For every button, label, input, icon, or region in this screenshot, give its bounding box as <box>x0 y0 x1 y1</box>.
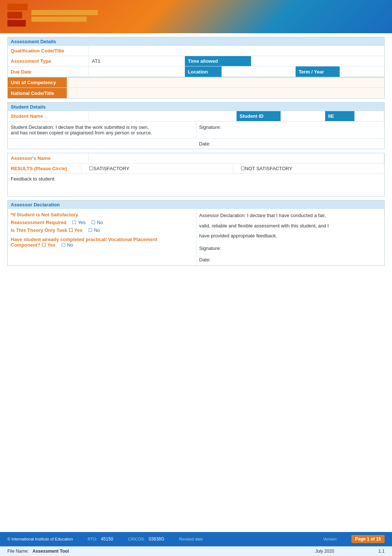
reassessment-yes: ☐ Yes <box>72 220 86 225</box>
signature-label: Signature: <box>199 124 382 130</box>
unit-value <box>67 78 384 87</box>
assessor-name-row: Assessor's Name <box>8 153 384 164</box>
date-label: Date: <box>199 141 210 147</box>
student-details-header: Student Details <box>8 103 384 111</box>
time-allowed-value <box>251 56 384 66</box>
national-label: National Code/Title <box>8 88 67 98</box>
theory-label: Is This Theory Only Task ☐ Yes <box>11 227 82 233</box>
student-details-body: Student Name Student ID IIE Student Decl… <box>8 111 384 149</box>
due-date-row: Due Date Location Term / Year <box>8 66 384 77</box>
theory-no: ☐ No <box>88 227 100 233</box>
logo-text-line-1 <box>31 10 98 15</box>
page-footer: © International Institute of Education R… <box>0 532 392 556</box>
due-date-label: Due Date <box>8 66 89 77</box>
component-row: Component? ☐ Yes ☐ No <box>11 242 193 248</box>
decl-date: Date: <box>199 257 382 262</box>
declaration-row: Student Declaration: I declare that the … <box>8 121 384 139</box>
date-row: Date: <box>8 139 384 149</box>
unit-of-competency-box: Unit of Competency National Code/Title <box>7 77 385 99</box>
term-year-value <box>340 66 384 77</box>
signature-area: Signature: <box>196 121 385 138</box>
version-num: 1.1 <box>378 549 385 554</box>
results-row: RESULTS (Please Circle) ☐SATISFACTORY ☐N… <box>8 164 384 174</box>
reassessment-row: Reassessment Required ☐ Yes ☐ No <box>11 220 193 225</box>
assessment-details-box: Assessment Details Qualification Code/Ti… <box>7 37 385 77</box>
assessor-name-value <box>89 153 384 163</box>
logo-area <box>7 4 98 30</box>
student-name-value <box>89 111 237 121</box>
unit-row-1: Unit of Competency <box>8 78 384 88</box>
decl-signature-label: Signature: <box>199 246 221 251</box>
assessment-type-row: Assessment Type AT1 Time allowed <box>8 56 384 66</box>
assessment-details-title: Assessment Details <box>11 39 56 44</box>
iie-label: IIE <box>325 111 355 121</box>
file-name-label: File Name: <box>7 549 29 554</box>
cricos-label: CRICOS: <box>128 537 145 541</box>
footer-bottom: File Name: Assessment Tool July 2020 1.1 <box>0 546 392 556</box>
assessment-details-header: Assessment Details <box>8 37 384 46</box>
qualification-label: Qualification Code/Title <box>8 46 89 56</box>
page-header <box>0 0 392 33</box>
logo-icon <box>7 4 28 30</box>
logo-stripe-3 <box>7 20 26 27</box>
location-label: Location <box>185 66 222 77</box>
not-satisfactory-label: *If Student is Not Satisfactory <box>11 212 193 217</box>
student-name-row: Student Name Student ID IIE <box>8 111 384 121</box>
file-name-value: Assessment Tool <box>32 549 69 554</box>
not-satisfactory-text: ☐NOT SATISFACTORY <box>241 166 292 171</box>
feedback-label: Feedback to student: <box>11 176 55 182</box>
feedback-row: Feedback to student: <box>8 174 384 196</box>
student-id-value <box>281 111 325 121</box>
satisfactory-option: ☐SATISFACTORY <box>82 164 233 173</box>
declaration-text-area: Student Declaration: I declare that the … <box>8 121 196 138</box>
decl-text-2: valid, reliable and flexible assessment … <box>199 222 382 230</box>
assessment-type-label: Assessment Type <box>8 56 89 66</box>
logo-text <box>31 10 98 23</box>
footer-revised: Revised date <box>179 536 308 542</box>
assessor-declaration-right: Assessor Declaration: I declare that I h… <box>196 209 385 265</box>
logo-stripe-1 <box>7 4 28 10</box>
satisfactory-text: ☐SATISFACTORY <box>89 166 130 171</box>
location-value <box>222 66 296 77</box>
qualification-row: Qualification Code/Title <box>8 46 384 56</box>
results-label: RESULTS (Please Circle) <box>8 164 82 173</box>
assessor-box: Assessor's Name RESULTS (Please Circle) … <box>7 153 385 196</box>
rto-label: RTO: <box>88 537 97 541</box>
footer-rto: RTO: 45150 <box>88 536 113 542</box>
assessor-declaration-left: *If Student is Not Satisfactory Reassess… <box>8 209 196 265</box>
assessor-declaration-body: *If Student is Not Satisfactory Reassess… <box>8 209 384 265</box>
not-satisfactory-option: ☐NOT SATISFACTORY <box>233 164 385 173</box>
time-allowed-label: Time allowed <box>185 56 251 66</box>
practical-section: Have student already completed practical… <box>11 237 193 248</box>
due-date-value <box>89 66 185 77</box>
decl-date-label: Date: <box>199 257 211 262</box>
component-label: Component? ☐ Yes <box>11 242 56 248</box>
logo-stripe-2 <box>7 12 22 18</box>
file-name-area: File Name: Assessment Tool <box>7 549 69 554</box>
main-content: Assessment Details Qualification Code/Ti… <box>0 37 392 273</box>
assessor-name-label: Assessor's Name <box>8 153 89 163</box>
national-value <box>67 88 384 98</box>
assessment-type-value: AT1 <box>89 56 185 66</box>
decl-text-1: Assessor Declaration: I declare that I h… <box>199 212 382 219</box>
student-name-label: Student Name <box>8 111 89 121</box>
footer-cricos: CRICOS: 03838G <box>128 536 165 542</box>
qualification-value <box>89 46 384 56</box>
reassessment-no: ☐ No <box>91 220 103 225</box>
student-id-label: Student ID <box>237 111 281 121</box>
unit-label: Unit of Competency <box>8 78 67 87</box>
july-2020: July 2020 <box>315 549 334 554</box>
revised-date-label: Revised date <box>179 537 203 541</box>
decl-signature: Signature: <box>199 246 382 251</box>
unit-row-2: National Code/Title <box>8 88 384 98</box>
assessor-declaration-box: Assessor Declaration *If Student is Not … <box>7 200 385 266</box>
term-year-label: Term / Year <box>296 66 340 77</box>
footer-top: © International Institute of Education R… <box>0 532 392 546</box>
decl-text-3: have provided appropriate feedback. <box>199 232 382 240</box>
reassessment-label: Reassessment Required <box>11 220 66 225</box>
component-no: ☐ No <box>61 242 73 248</box>
footer-version: Version <box>323 536 337 542</box>
assessor-declaration-header: Assessor Declaration <box>8 200 384 209</box>
declaration-text-1: Student Declaration: I declare that the … <box>11 124 193 130</box>
declaration-text-2: and has not been copied or plagiarised f… <box>11 130 193 135</box>
